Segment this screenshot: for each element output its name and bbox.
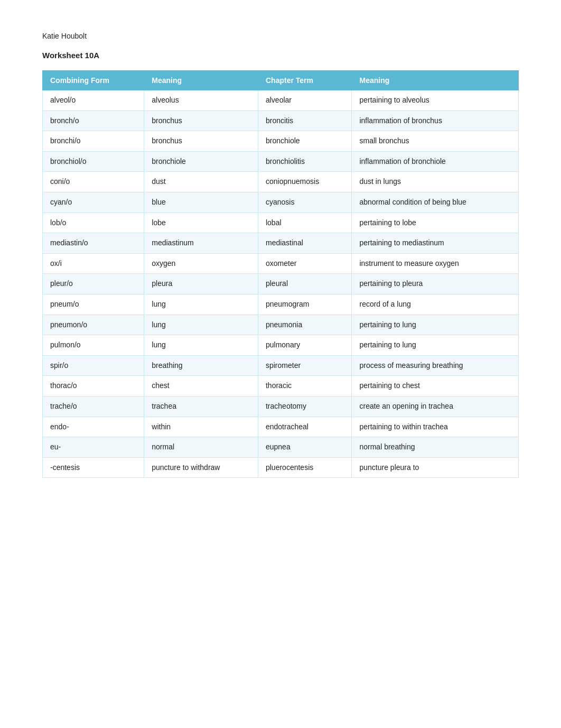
table-cell: alveolar: [258, 90, 352, 111]
table-cell: cyanosis: [258, 192, 352, 213]
table-row: pleur/opleurapleuralpertaining to pleura: [43, 274, 519, 294]
table-cell: abnormal condition of being blue: [352, 192, 519, 213]
table-cell: lobal: [258, 213, 352, 233]
table-cell: lob/o: [43, 213, 144, 233]
table-cell: lung: [144, 315, 258, 335]
table-cell: pleur/o: [43, 274, 144, 294]
table-cell: alveolus: [144, 90, 258, 111]
table-cell: thoracic: [258, 376, 352, 397]
table-header-row: Combining Form Meaning Chapter Term Mean…: [43, 71, 519, 90]
table-row: cyan/obluecyanosisabnormal condition of …: [43, 192, 519, 213]
table-cell: oxygen: [144, 253, 258, 274]
table-cell: lobe: [144, 213, 258, 233]
author-name: Katie Houbolt: [42, 32, 519, 40]
table-cell: pneum/o: [43, 294, 144, 315]
table-cell: normal breathing: [352, 437, 519, 458]
table-cell: bronchus: [144, 110, 258, 131]
table-cell: eu-: [43, 437, 144, 458]
table-cell: trachea: [144, 396, 258, 417]
table-cell: pertaining to chest: [352, 376, 519, 397]
table-row: -centesispuncture to withdrawpluerocente…: [43, 457, 519, 478]
table-cell: spir/o: [43, 355, 144, 376]
table-cell: pertaining to lung: [352, 315, 519, 335]
table-cell: lung: [144, 335, 258, 356]
table-cell: tracheotomy: [258, 396, 352, 417]
table-row: spir/obreathingspirometerprocess of meas…: [43, 355, 519, 376]
table-cell: lung: [144, 294, 258, 315]
table-cell: bronchiol/o: [43, 151, 144, 172]
table-cell: instrument to measure oxygen: [352, 253, 519, 274]
table-cell: trache/o: [43, 396, 144, 417]
table-cell: oxometer: [258, 253, 352, 274]
table-cell: -centesis: [43, 457, 144, 478]
table-row: ox/ioxygenoxometerinstrument to measure …: [43, 253, 519, 274]
table-cell: eupnea: [258, 437, 352, 458]
table-cell: coni/o: [43, 172, 144, 192]
table-row: lob/olobelobalpertaining to lobe: [43, 213, 519, 233]
table-cell: normal: [144, 437, 258, 458]
table-cell: inflammation of bronchiole: [352, 151, 519, 172]
table-row: bronch/obronchusbroncitisinflammation of…: [43, 110, 519, 131]
table-cell: pertaining to mediastinum: [352, 233, 519, 254]
table-row: endo-withinendotrachealpertaining to wit…: [43, 417, 519, 437]
table-row: pulmon/olungpulmonarypertaining to lung: [43, 335, 519, 356]
table-cell: bronchus: [144, 131, 258, 152]
table-cell: record of a lung: [352, 294, 519, 315]
table-cell: dust: [144, 172, 258, 192]
table-cell: blue: [144, 192, 258, 213]
table-cell: mediastin/o: [43, 233, 144, 254]
table-row: alveol/oalveolusalveolarpertaining to al…: [43, 90, 519, 111]
table-row: bronchi/obronchusbronchiolesmall bronchu…: [43, 131, 519, 152]
table-cell: small bronchus: [352, 131, 519, 152]
header-meaning-2: Meaning: [352, 71, 519, 90]
table-cell: mediastinum: [144, 233, 258, 254]
table-cell: pneumon/o: [43, 315, 144, 335]
table-cell: inflammation of bronchus: [352, 110, 519, 131]
table-cell: cyan/o: [43, 192, 144, 213]
header-combining-form: Combining Form: [43, 71, 144, 90]
table-row: coni/odustconiopnuemosisdust in lungs: [43, 172, 519, 192]
table-cell: bronchiole: [258, 131, 352, 152]
table-row: thorac/ochestthoracicpertaining to chest: [43, 376, 519, 397]
table-cell: ox/i: [43, 253, 144, 274]
header-chapter-term: Chapter Term: [258, 71, 352, 90]
table-cell: endotracheal: [258, 417, 352, 437]
worksheet-title: Worksheet 10A: [42, 51, 519, 60]
table-cell: bronchi/o: [43, 131, 144, 152]
table-cell: process of measuring breathing: [352, 355, 519, 376]
table-cell: pleural: [258, 274, 352, 294]
table-cell: pulmonary: [258, 335, 352, 356]
header-meaning-1: Meaning: [144, 71, 258, 90]
table-row: bronchiol/obronchiolebronchiolitisinflam…: [43, 151, 519, 172]
table-cell: pulmon/o: [43, 335, 144, 356]
table-cell: pluerocentesis: [258, 457, 352, 478]
table-cell: pertaining to lung: [352, 335, 519, 356]
table-row: pneum/olungpneumogramrecord of a lung: [43, 294, 519, 315]
table-cell: pleura: [144, 274, 258, 294]
table-cell: chest: [144, 376, 258, 397]
table-cell: breathing: [144, 355, 258, 376]
table-cell: pertaining to within trachea: [352, 417, 519, 437]
table-cell: alveol/o: [43, 90, 144, 111]
table-cell: pneumonia: [258, 315, 352, 335]
table-cell: create an opening in trachea: [352, 396, 519, 417]
table-row: pneumon/olungpneumoniapertaining to lung: [43, 315, 519, 335]
table-row: eu-normaleupneanormal breathing: [43, 437, 519, 458]
table-cell: bronchiole: [144, 151, 258, 172]
table-cell: bronch/o: [43, 110, 144, 131]
table-cell: pertaining to lobe: [352, 213, 519, 233]
table-cell: within: [144, 417, 258, 437]
table-cell: pertaining to alveolus: [352, 90, 519, 111]
table-cell: thorac/o: [43, 376, 144, 397]
table-cell: puncture pleura to: [352, 457, 519, 478]
table-cell: endo-: [43, 417, 144, 437]
table-cell: bronchiolitis: [258, 151, 352, 172]
table-cell: spirometer: [258, 355, 352, 376]
table-cell: coniopnuemosis: [258, 172, 352, 192]
table-cell: puncture to withdraw: [144, 457, 258, 478]
table-row: mediastin/omediastinummediastinalpertain…: [43, 233, 519, 254]
table-cell: dust in lungs: [352, 172, 519, 192]
table-cell: pneumogram: [258, 294, 352, 315]
medical-terms-table: Combining Form Meaning Chapter Term Mean…: [42, 70, 519, 478]
table-cell: broncitis: [258, 110, 352, 131]
